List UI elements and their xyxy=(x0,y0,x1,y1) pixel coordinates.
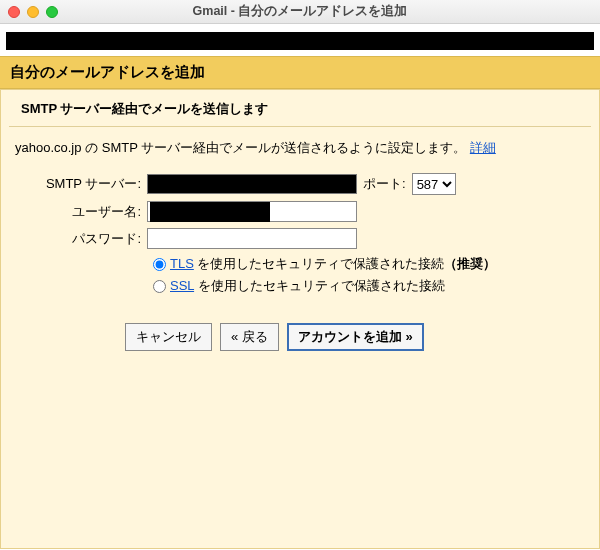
details-link[interactable]: 詳細 xyxy=(470,140,496,155)
minimize-window-button[interactable] xyxy=(27,6,39,18)
password-input[interactable] xyxy=(147,228,357,249)
username-redacted-value xyxy=(150,202,270,222)
window-controls xyxy=(8,6,58,18)
back-button[interactable]: « 戻る xyxy=(220,323,279,351)
username-input[interactable] xyxy=(147,201,357,222)
content-panel: SMTP サーバー経由でメールを送信します yahoo.co.jp の SMTP… xyxy=(0,89,600,549)
ssl-suffix: を使用したセキュリティで保護された接続 xyxy=(194,278,445,293)
window-titlebar: Gmail - 自分のメールアドレスを追加 xyxy=(0,0,600,24)
ssl-link[interactable]: SSL xyxy=(170,278,194,293)
smtp-server-input[interactable] xyxy=(147,174,357,194)
username-row: ユーザー名: xyxy=(15,201,585,222)
password-label: パスワード: xyxy=(15,230,147,248)
window-title: Gmail - 自分のメールアドレスを追加 xyxy=(0,3,600,20)
close-window-button[interactable] xyxy=(8,6,20,18)
smtp-server-label: SMTP サーバー: xyxy=(15,175,147,193)
page-heading: 自分のメールアドレスを追加 xyxy=(0,56,600,89)
instruction-text: yahoo.co.jp の SMTP サーバー経由でメールが送信されるように設定… xyxy=(1,127,599,173)
smtp-server-row: SMTP サーバー: ポート: 587 xyxy=(15,173,585,195)
port-label: ポート: xyxy=(363,175,406,193)
port-select[interactable]: 587 xyxy=(412,173,456,195)
password-row: パスワード: xyxy=(15,228,585,249)
tls-recommended-label: （推奨） xyxy=(444,256,496,271)
section-title: SMTP サーバー経由でメールを送信します xyxy=(9,90,591,127)
ssl-option-row: SSL を使用したセキュリティで保護された接続 xyxy=(153,277,585,295)
zoom-window-button[interactable] xyxy=(46,6,58,18)
add-account-button[interactable]: アカウントを追加 » xyxy=(287,323,424,351)
tls-radio[interactable] xyxy=(153,258,166,271)
button-row: キャンセル « 戻る アカウントを追加 » xyxy=(15,323,585,351)
security-options: TLS を使用したセキュリティで保護された接続（推奨） SSL を使用したセキュ… xyxy=(15,255,585,295)
smtp-form: SMTP サーバー: ポート: 587 ユーザー名: パスワード: xyxy=(1,173,599,351)
tls-link[interactable]: TLS xyxy=(170,256,194,271)
redacted-address-bar xyxy=(6,32,594,50)
cancel-button[interactable]: キャンセル xyxy=(125,323,212,351)
username-label: ユーザー名: xyxy=(15,203,147,221)
tls-option-row: TLS を使用したセキュリティで保護された接続（推奨） xyxy=(153,255,585,273)
instruction-prefix: yahoo.co.jp の SMTP サーバー経由でメールが送信されるように設定… xyxy=(15,140,470,155)
ssl-radio[interactable] xyxy=(153,280,166,293)
tls-suffix: を使用したセキュリティで保護された接続 xyxy=(194,256,445,271)
